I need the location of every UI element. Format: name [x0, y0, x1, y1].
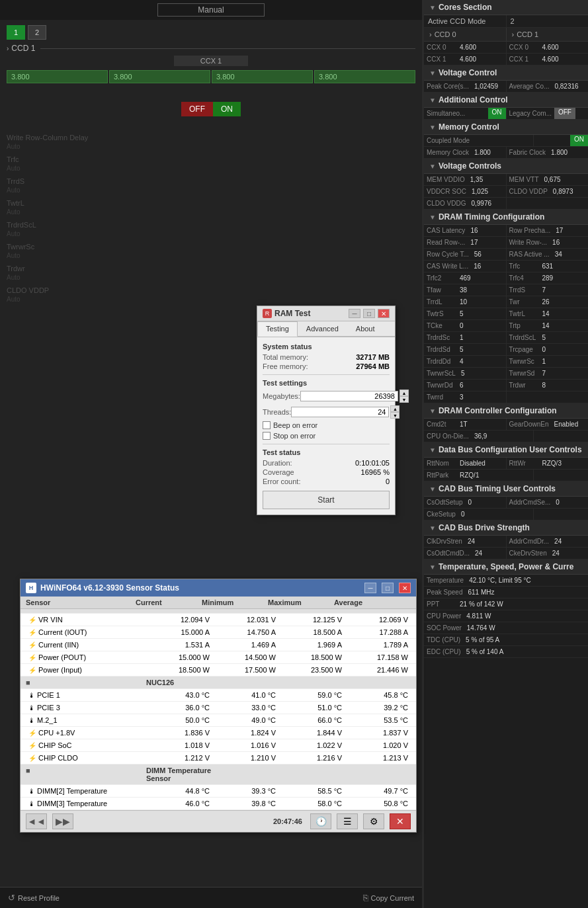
threads-input[interactable]: [291, 407, 389, 417]
dram-cell-r: TwtrL 14: [507, 308, 589, 319]
toggle-off-btn[interactable]: OFF: [181, 102, 213, 116]
dram-timing-row: TrdrdSd 5 Trcpage 0: [424, 344, 588, 356]
edc-cpu-row: EDC (CPU) 5 % of 140 A: [424, 646, 588, 658]
dram-timing-title: DRAM Timing Configuration: [439, 212, 544, 222]
cores-chevron-icon: ▼: [429, 4, 436, 11]
mem-vddio-row: MEM VDDIO 1,35 MEM VTT 0,675: [424, 174, 588, 186]
peak-speed-cell: Peak Speed 611 MHz: [424, 587, 588, 598]
hwinfo-maximize-btn[interactable]: □: [382, 583, 394, 593]
dram-timing-header: ▼ DRAM Timing Configuration: [424, 210, 588, 225]
tdc-cpu-row: TDC (CPU) 5 % of 95 A: [424, 634, 588, 646]
hwinfo-titlebar: H HWiNFO64 v6.12-3930 Sensor Status ─ □ …: [21, 579, 416, 597]
hwinfo-list-btn[interactable]: ☰: [337, 813, 358, 829]
megabytes-up-btn[interactable]: ▲: [399, 390, 409, 396]
megabytes-down-btn[interactable]: ▼: [399, 396, 409, 403]
ccd1-expand-icon[interactable]: ›: [7, 45, 9, 52]
free-mem-label: Free memory:: [263, 362, 308, 370]
ram-tab-testing[interactable]: Testing: [257, 321, 298, 337]
dram-cell-l: CAS Latency 16: [424, 225, 507, 236]
hwinfo-prev-prev-btn[interactable]: ◄◄: [26, 813, 47, 829]
col-current: Current: [136, 598, 202, 606]
dram-cell-l: TrdrdSc 1: [424, 332, 507, 343]
hwinfo-section-row: ■ NUC126: [21, 677, 416, 689]
ram-body: System status Total memory: 32717 MB Fre…: [257, 337, 395, 515]
cke-setup-row: CkeSetup 0: [424, 509, 588, 520]
hwinfo-app-icon: H: [26, 583, 36, 593]
ccd-btn-2[interactable]: 2: [28, 25, 46, 40]
dram-ctrl-chevron-icon: ▼: [429, 407, 436, 415]
dram-cell-l: TCke 0: [424, 320, 507, 331]
beep-checkbox[interactable]: [263, 421, 271, 429]
ccd1-line: [40, 48, 415, 49]
top-bar: Manual: [0, 0, 422, 20]
cpu-ondie-row: CPU On-Die... 36,9: [424, 431, 588, 442]
hwinfo-title: HWiNFO64 v6.12-3930 Sensor Status: [40, 583, 359, 593]
reset-profile-btn[interactable]: ↺ Reset Profile: [8, 893, 60, 903]
cpu-ondie-cell: CPU On-Die... 36,9: [424, 431, 534, 442]
dram-cell-r: TrdrdScL 5: [507, 332, 589, 343]
megabytes-label: Megabytes:: [263, 392, 300, 400]
stop-checkbox[interactable]: [263, 432, 271, 440]
ram-minimize-btn[interactable]: ─: [349, 309, 360, 318]
ccd-nav-arrow-1: ›: [512, 30, 515, 38]
rtt-nom-cell: RttNom Disabled: [424, 458, 507, 469]
dram-controller-title: DRAM Controller Configuration: [439, 406, 557, 415]
ram-maximize-btn[interactable]: □: [363, 309, 375, 318]
edc-cpu-cell: EDC (CPU) 5 % of 140 A: [424, 646, 588, 657]
hwinfo-data-row: ⚡Power (Input) 18.500 W 17.500 W 23.500 …: [21, 664, 416, 677]
coverage-value: 16965 %: [361, 468, 390, 476]
copy-label: Copy Current: [371, 894, 414, 902]
ccd-nav-0[interactable]: › CCD 0: [424, 28, 507, 41]
rtt-wr-cell: RttWr RZQ/3: [507, 458, 589, 469]
ccd-nav-1[interactable]: › CCD 1: [507, 28, 589, 41]
avg-core-cell: Average Co... 0,82316: [507, 81, 589, 92]
dram-cell-l: TwrwrScL 5: [424, 368, 507, 379]
cad-drive-chevron-icon: ▼: [429, 524, 436, 532]
voltage-control-title: Voltage Control: [439, 68, 497, 77]
hwinfo-section-row: [21, 609, 416, 614]
rtt-nom-row: RttNom Disabled RttWr RZQ/3: [424, 458, 588, 470]
hwinfo-next-next-btn[interactable]: ▶▶: [52, 813, 73, 829]
active-ccd-value: 2: [507, 15, 589, 27]
temperature-row: Temperature 42.10 °C, Limit 95 °C: [424, 575, 588, 587]
temp-chevron-icon: ▼: [429, 563, 436, 571]
cpu-power-cell: CPU Power 4.811 W: [424, 610, 588, 622]
megabytes-spinner: ▲ ▼: [399, 390, 409, 403]
start-btn[interactable]: Start: [263, 491, 390, 509]
ram-tab-about[interactable]: About: [347, 321, 384, 336]
cad-timing-header: ▼ CAD Bus Timing User Controls: [424, 481, 588, 497]
dram-cell-r: Trdwr 8: [507, 380, 589, 391]
ccd-nav-row: › CCD 0 › CCD 1: [424, 28, 588, 42]
ccx-bar-row: CCX 1: [7, 56, 415, 67]
test-settings-title: Test settings: [263, 379, 390, 387]
active-ccd-label: Active CCD Mode: [424, 15, 507, 27]
hwinfo-data-row: 🌡PCIE 3 36.0 °C 33.0 °C 51.0 °C 39.2 °C: [21, 702, 416, 714]
dram-timing-row: CAS Write L... 16 Trfc 631: [424, 261, 588, 272]
memory-clock-row: Memory Clock 1.800 Fabric Clock 1.800: [424, 147, 588, 159]
voltage-control-header: ▼ Voltage Control: [424, 65, 588, 81]
megabytes-input[interactable]: [300, 391, 398, 401]
copy-current-btn[interactable]: ⎘ Copy Current: [363, 893, 414, 903]
cldo-vddg-cell: CLDO VDDG 0,9976: [424, 198, 507, 209]
additional-control-header: ▼ Additional Control: [424, 93, 588, 108]
stop-label: Stop on error: [273, 432, 315, 440]
hwinfo-close-btn[interactable]: ✕: [399, 583, 411, 593]
ccd-btn-1[interactable]: 1: [7, 25, 25, 40]
ram-close-btn[interactable]: ✕: [378, 309, 390, 318]
hwinfo-data-row: 🌡PCIE 1 43.0 °C 41.0 °C 59.0 °C 45.8 °C: [21, 689, 416, 702]
ram-tab-advanced[interactable]: Advanced: [298, 321, 347, 336]
hwinfo-minimize-btn[interactable]: ─: [364, 583, 376, 593]
hwinfo-settings-btn[interactable]: ⚙: [363, 813, 384, 829]
threads-up-btn[interactable]: ▲: [390, 405, 399, 412]
coupled-mode-value-cell: ON: [534, 135, 588, 146]
threads-down-btn[interactable]: ▼: [390, 412, 399, 419]
toggle-on-btn[interactable]: ON: [213, 102, 241, 116]
cad-timing-title: CAD Bus Timing User Controls: [439, 484, 556, 493]
blurred-section: Write Row-Column Delay Auto Trfc Auto Tr…: [0, 130, 422, 312]
clk-drv-cell: ClkDrvStren 24: [424, 536, 507, 547]
ccx-label: CCX 1: [174, 56, 248, 66]
coverage-label: Coverage: [263, 468, 294, 476]
hwinfo-clock-btn[interactable]: 🕐: [310, 813, 331, 829]
hwinfo-exit-btn[interactable]: ✕: [390, 813, 411, 829]
hwinfo-data-row: ⚡CHIP SoC 1.018 V 1.016 V 1.022 V 1.020 …: [21, 739, 416, 752]
